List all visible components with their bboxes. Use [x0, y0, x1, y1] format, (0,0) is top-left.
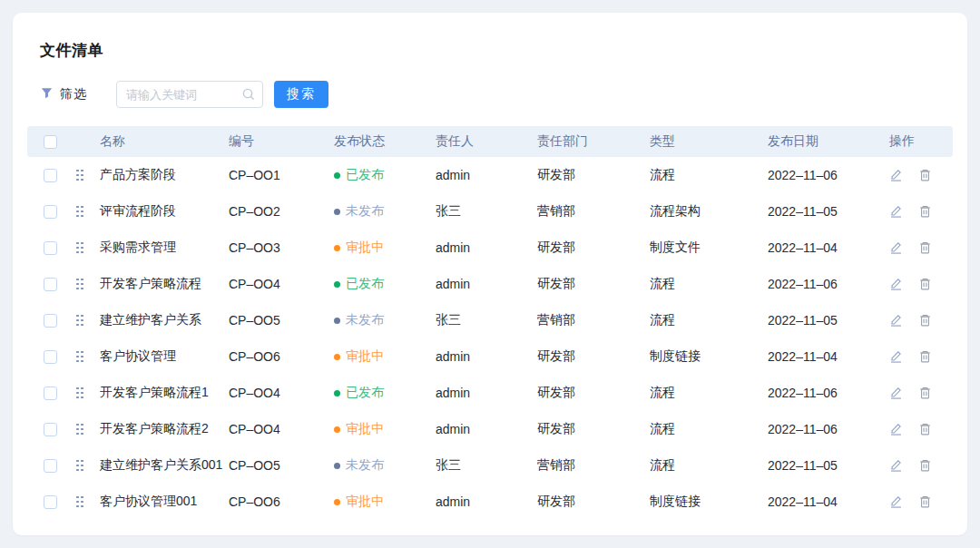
row-checkbox[interactable]	[44, 278, 57, 291]
cell-code: CP–OO4	[225, 386, 330, 400]
drag-handle-icon[interactable]	[76, 351, 83, 363]
edit-button[interactable]	[889, 458, 903, 473]
status-badge: 审批中	[334, 348, 384, 365]
drag-handle-icon[interactable]	[76, 460, 83, 472]
table-row: 产品方案阶段 CP–OO1 已发布 admin 研发部 流程 2022–11–0…	[27, 157, 953, 193]
row-checkbox[interactable]	[44, 423, 57, 436]
cell-type: 流程	[646, 421, 764, 437]
magnifier-icon	[241, 87, 256, 105]
cell-type: 流程	[646, 457, 764, 474]
drag-handle-icon[interactable]	[76, 387, 83, 399]
col-header-operations: 操作	[882, 133, 953, 150]
col-header-date: 发布日期	[764, 133, 882, 150]
delete-button[interactable]	[918, 240, 932, 255]
col-header-code: 编号	[225, 133, 330, 150]
cell-name: 开发客户策略流程1	[96, 385, 225, 401]
row-checkbox[interactable]	[44, 314, 57, 328]
cell-owner: 张三	[432, 203, 534, 220]
cell-name: 评审流程阶段	[96, 203, 225, 220]
cell-code: CP–OO5	[225, 313, 330, 328]
edit-button[interactable]	[889, 277, 903, 291]
cell-date: 2022–11–05	[764, 313, 882, 328]
status-label: 审批中	[346, 348, 384, 365]
edit-button[interactable]	[889, 204, 903, 219]
row-checkbox[interactable]	[44, 350, 57, 364]
delete-button[interactable]	[918, 168, 932, 182]
drag-handle-icon[interactable]	[76, 170, 83, 181]
status-label: 审批中	[346, 421, 384, 437]
filter-label: 筛选	[60, 86, 87, 103]
cell-department: 研发部	[534, 494, 646, 510]
cell-date: 2022–11–04	[764, 349, 882, 364]
delete-button[interactable]	[918, 494, 932, 509]
select-all-checkbox[interactable]	[44, 135, 57, 149]
cell-type: 制度链接	[646, 348, 764, 365]
cell-department: 研发部	[534, 385, 646, 401]
drag-handle-icon[interactable]	[76, 424, 83, 435]
cell-owner: admin	[432, 422, 534, 436]
row-checkbox[interactable]	[44, 459, 57, 473]
cell-name: 采购需求管理	[96, 240, 225, 256]
row-checkbox[interactable]	[44, 169, 57, 182]
col-header-type: 类型	[646, 133, 764, 150]
edit-button[interactable]	[889, 313, 903, 328]
cell-name: 建立维护客户关系001	[96, 457, 225, 474]
cell-department: 营销部	[534, 312, 646, 328]
delete-button[interactable]	[918, 422, 932, 436]
status-dot	[334, 426, 340, 433]
drag-handle-icon[interactable]	[76, 242, 83, 254]
cell-code: CP–OO4	[225, 422, 330, 436]
edit-button[interactable]	[889, 422, 903, 436]
row-checkbox[interactable]	[44, 495, 57, 509]
drag-handle-icon[interactable]	[76, 496, 83, 508]
drag-handle-icon[interactable]	[76, 279, 83, 290]
cell-type: 流程	[646, 385, 764, 401]
edit-button[interactable]	[889, 240, 903, 255]
status-label: 未发布	[346, 457, 384, 474]
table-row: 客户协议管理001 CP–OO6 审批中 admin 研发部 制度链接 2022…	[27, 484, 953, 520]
cell-date: 2022–11–06	[764, 386, 882, 400]
edit-button[interactable]	[889, 386, 903, 400]
cell-code: CP–OO3	[225, 240, 330, 255]
cell-owner: admin	[432, 494, 534, 509]
table-row: 采购需求管理 CP–OO3 审批中 admin 研发部 制度文件 2022–11…	[27, 230, 953, 266]
delete-button[interactable]	[918, 349, 932, 364]
search-field	[116, 81, 263, 108]
cell-type: 制度链接	[646, 494, 764, 510]
cell-date: 2022–11–06	[764, 277, 882, 291]
edit-button[interactable]	[889, 349, 903, 364]
cell-name: 建立维护客户关系	[96, 312, 225, 328]
delete-button[interactable]	[918, 277, 932, 291]
drag-handle-icon[interactable]	[76, 206, 83, 218]
delete-button[interactable]	[918, 204, 932, 219]
edit-button[interactable]	[889, 494, 903, 509]
status-badge: 已发布	[334, 276, 384, 292]
status-label: 已发布	[346, 276, 384, 292]
cell-department: 营销部	[534, 457, 646, 474]
status-dot	[334, 354, 340, 360]
cell-code: CP–OO6	[225, 349, 330, 364]
search-button[interactable]: 搜索	[274, 81, 328, 108]
cell-owner: admin	[432, 386, 534, 400]
row-checkbox[interactable]	[44, 387, 57, 400]
delete-button[interactable]	[918, 386, 932, 400]
col-header-owner: 责任人	[432, 133, 534, 150]
cell-code: CP–OO2	[225, 204, 330, 219]
cell-type: 流程架构	[646, 203, 764, 220]
cell-owner: admin	[432, 277, 534, 291]
status-dot	[334, 172, 340, 179]
cell-date: 2022–11–05	[764, 204, 882, 219]
status-badge: 已发布	[334, 167, 384, 183]
delete-button[interactable]	[918, 458, 932, 473]
filter-button[interactable]: 筛选	[40, 86, 87, 103]
cell-type: 流程	[646, 276, 764, 292]
status-label: 已发布	[346, 167, 384, 183]
status-label: 已发布	[346, 385, 384, 401]
row-checkbox[interactable]	[44, 241, 57, 255]
edit-button[interactable]	[889, 168, 903, 182]
delete-button[interactable]	[918, 313, 932, 328]
cell-date: 2022–11–05	[764, 458, 882, 473]
drag-handle-icon[interactable]	[76, 315, 83, 327]
row-checkbox[interactable]	[44, 205, 57, 219]
status-dot	[334, 281, 340, 288]
